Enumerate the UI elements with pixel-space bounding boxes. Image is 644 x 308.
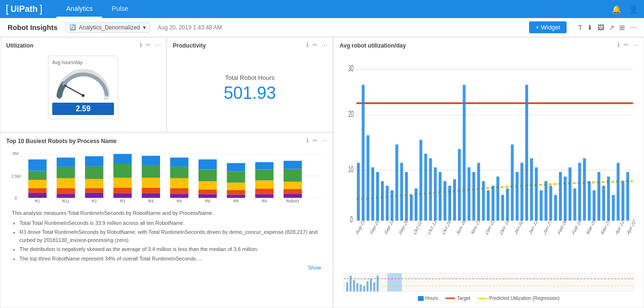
share-icon[interactable]: ↗ xyxy=(609,24,615,31)
svg-rect-30 xyxy=(439,172,442,221)
svg-rect-142 xyxy=(170,178,189,188)
user-icon[interactable]: 👤 xyxy=(629,5,638,14)
svg-rect-131 xyxy=(114,188,132,193)
svg-rect-161 xyxy=(255,189,274,194)
svg-text:R1: R1 xyxy=(35,199,40,203)
productivity-title: Productivity xyxy=(173,42,327,49)
svg-rect-35 xyxy=(463,85,465,221)
svg-rect-28 xyxy=(429,158,432,221)
svg-rect-60 xyxy=(583,158,586,221)
more-icon[interactable]: ⋯ xyxy=(322,137,328,144)
svg-text:Feb 16: Feb 16 xyxy=(572,217,582,236)
legend-hours: Hours xyxy=(418,296,438,301)
gauge-value: 2.59 xyxy=(52,103,114,115)
productivity-panel: Productivity ℹ ✏ ⋯ Total Robot Hours 501… xyxy=(167,37,333,132)
svg-rect-42 xyxy=(496,176,499,221)
svg-rect-14 xyxy=(362,85,365,221)
svg-text:10: 10 xyxy=(348,164,353,173)
svg-rect-22 xyxy=(400,163,403,221)
svg-rect-95 xyxy=(360,285,362,291)
svg-text:5M: 5M xyxy=(13,151,19,156)
data-source-selector[interactable]: 🔄 Analytics_Denormalized ▾ xyxy=(65,22,150,33)
svg-rect-116 xyxy=(57,158,75,167)
tab-analytics[interactable]: Analytics xyxy=(57,0,102,18)
gauge-chart: 0 24 xyxy=(52,66,114,99)
info-icon[interactable]: ℹ xyxy=(617,41,620,48)
productivity-label: Total Robot Hours xyxy=(225,74,275,81)
svg-text:0: 0 xyxy=(350,214,353,224)
utilization-title: Utilization xyxy=(6,42,160,49)
svg-rect-40 xyxy=(487,190,490,221)
svg-rect-160 xyxy=(255,181,274,189)
more-icon[interactable]: ⋯ xyxy=(633,41,639,48)
svg-rect-147 xyxy=(199,170,217,182)
add-widget-button[interactable]: + Widget xyxy=(529,21,567,33)
info-icon[interactable]: ℹ xyxy=(306,41,309,48)
svg-text:Nov 06: Nov 06 xyxy=(456,217,466,236)
svg-rect-132 xyxy=(114,193,132,198)
svg-rect-20 xyxy=(390,190,393,221)
svg-text:R9: R9 xyxy=(262,199,267,203)
svg-point-3 xyxy=(82,94,85,97)
text-icon[interactable]: T xyxy=(578,24,582,31)
svg-rect-62 xyxy=(593,190,596,221)
analysis-bullet-1: Total Total RuntimeInSeconds is 33.9 mil… xyxy=(19,219,321,227)
svg-rect-150 xyxy=(199,194,217,198)
svg-text:Robot1: Robot1 xyxy=(286,199,299,203)
svg-rect-155 xyxy=(227,190,246,195)
svg-rect-17 xyxy=(376,172,379,221)
svg-rect-113 xyxy=(28,188,47,193)
info-icon[interactable]: ℹ xyxy=(140,41,142,48)
legend-hours-icon xyxy=(418,296,424,301)
svg-rect-154 xyxy=(227,183,246,190)
more-icon[interactable]: ⋯ xyxy=(155,41,161,48)
svg-rect-126 xyxy=(85,193,104,198)
chart-legend: Hours Target Predicted Utilization (Regr… xyxy=(340,294,638,303)
svg-rect-168 xyxy=(284,194,302,198)
layout-icon[interactable]: ⊞ xyxy=(619,24,625,31)
svg-rect-128 xyxy=(114,154,132,164)
svg-text:R3: R3 xyxy=(120,199,125,203)
svg-rect-13 xyxy=(357,163,360,221)
top10-svg: 5M 2.5M 0 R1 R11 xyxy=(11,148,322,205)
svg-text:R5: R5 xyxy=(177,199,182,203)
edit-icon[interactable]: ✏ xyxy=(313,41,318,48)
svg-rect-138 xyxy=(142,193,160,198)
svg-rect-49 xyxy=(530,158,533,221)
svg-rect-136 xyxy=(142,178,160,188)
svg-rect-58 xyxy=(573,189,576,221)
download-icon[interactable]: ⬇ xyxy=(587,24,593,31)
svg-rect-97 xyxy=(367,281,369,291)
edit-icon[interactable]: ✏ xyxy=(313,137,318,144)
svg-rect-118 xyxy=(57,178,75,188)
svg-rect-91 xyxy=(346,282,348,291)
svg-rect-167 xyxy=(284,189,302,194)
svg-rect-56 xyxy=(564,176,567,221)
show-link[interactable]: Show xyxy=(308,264,321,272)
svg-text:20: 20 xyxy=(348,109,353,119)
svg-rect-162 xyxy=(255,194,274,198)
image-icon[interactable]: 🖼 xyxy=(597,24,604,31)
svg-rect-119 xyxy=(57,188,75,194)
analysis-bullet-4: The top three RobotName represent 34% of… xyxy=(19,255,321,263)
svg-text:Mar 03: Mar 03 xyxy=(586,217,596,236)
svg-rect-18 xyxy=(381,181,384,221)
more-options-icon[interactable]: ⋯ xyxy=(630,24,636,31)
info-icon[interactable]: ℹ xyxy=(306,137,309,144)
edit-icon[interactable]: ✏ xyxy=(146,41,151,48)
productivity-actions: ℹ ✏ ⋯ xyxy=(306,41,328,48)
svg-rect-27 xyxy=(424,154,427,221)
svg-rect-44 xyxy=(506,189,509,221)
more-icon[interactable]: ⋯ xyxy=(322,41,328,48)
svg-rect-23 xyxy=(405,172,408,221)
notification-icon[interactable]: 🔔 xyxy=(612,5,621,14)
edit-icon[interactable]: ✏ xyxy=(624,41,629,48)
svg-rect-45 xyxy=(511,144,514,221)
svg-rect-117 xyxy=(57,167,75,178)
svg-rect-112 xyxy=(28,180,47,188)
svg-rect-54 xyxy=(554,195,557,221)
svg-rect-130 xyxy=(114,178,132,188)
svg-rect-153 xyxy=(227,171,246,183)
svg-rect-52 xyxy=(544,181,547,221)
tab-pulse[interactable]: Pulse xyxy=(102,0,138,18)
